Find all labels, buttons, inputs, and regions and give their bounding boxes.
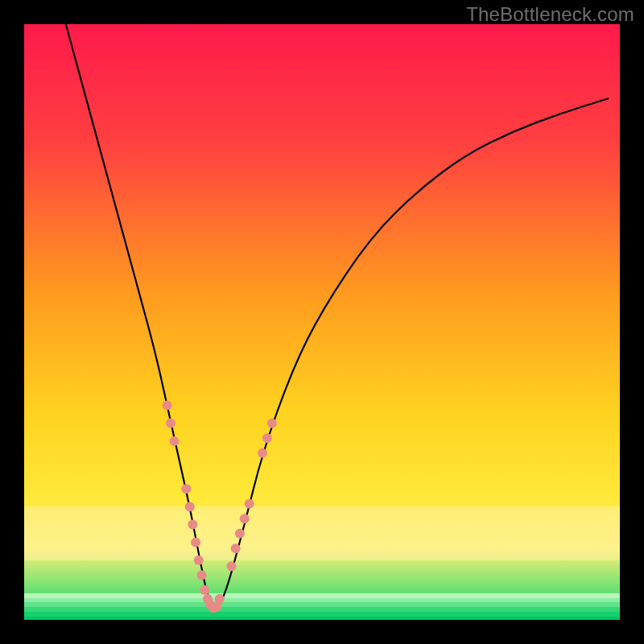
sample-point [181, 484, 191, 493]
sample-point [258, 448, 267, 458]
plot-area [24, 24, 620, 620]
sample-point [231, 543, 241, 553]
sample-point [166, 419, 175, 428]
sample-point [200, 585, 209, 595]
chart-frame: TheBottleneck.com [0, 0, 644, 644]
sample-point [191, 538, 200, 547]
sample-point [188, 520, 197, 530]
sample-point [235, 529, 245, 539]
sample-point [262, 433, 272, 443]
sample-point [227, 561, 237, 571]
sample-point [267, 419, 277, 428]
watermark-text: TheBottleneck.com [466, 3, 634, 26]
sample-point [245, 499, 254, 509]
sample-point [185, 502, 195, 511]
bottleneck-curve [66, 24, 608, 605]
sample-point [215, 594, 225, 604]
sample-point [240, 514, 250, 523]
sample-point [197, 571, 207, 580]
sample-point [194, 555, 204, 565]
sample-point [169, 436, 179, 446]
sample-point [163, 401, 172, 411]
sample-points-group [163, 401, 277, 613]
chart-svg [24, 24, 620, 620]
